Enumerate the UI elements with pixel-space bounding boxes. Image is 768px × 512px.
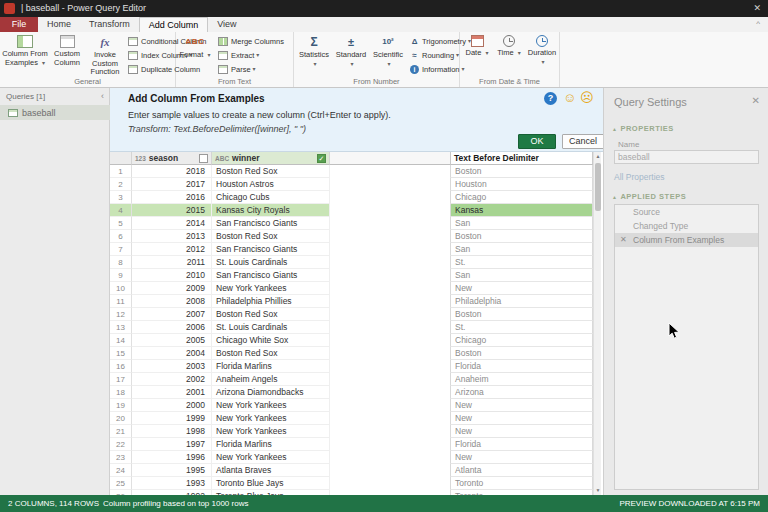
season-cell[interactable]: 2018 (132, 165, 212, 178)
format-button[interactable]: ABC Format ▾ (178, 33, 212, 77)
winner-cell[interactable]: New York Yankees (212, 451, 330, 464)
row-number-cell[interactable]: 20 (110, 412, 132, 425)
standard-button[interactable]: ± Standard ▾ (334, 33, 368, 77)
example-preview-cell[interactable]: St. (450, 256, 593, 269)
ribbon-tab[interactable]: Add Column (139, 17, 209, 32)
example-preview-cell[interactable]: Toronto (450, 477, 593, 490)
season-cell[interactable]: 1996 (132, 451, 212, 464)
winner-cell[interactable]: New York Yankees (212, 399, 330, 412)
applied-steps-section-header[interactable]: ▲APPLIED STEPS (612, 192, 686, 201)
row-number-cell[interactable]: 6 (110, 230, 132, 243)
season-cell[interactable]: 2008 (132, 295, 212, 308)
file-tab[interactable]: File (0, 17, 38, 32)
row-number-header[interactable] (110, 152, 132, 165)
example-preview-cell[interactable]: New (450, 282, 593, 295)
row-number-cell[interactable]: 13 (110, 321, 132, 334)
scrollbar-thumb[interactable] (595, 163, 601, 211)
extract-button[interactable]: Extract ▾ (216, 49, 259, 62)
winner-cell[interactable]: St. Louis Cardinals (212, 321, 330, 334)
query-name-input[interactable] (614, 150, 759, 164)
vertical-scrollbar[interactable]: ▲ ▼ (593, 152, 601, 495)
invoke-custom-function-button[interactable]: fx Invoke Custom Function (86, 33, 124, 77)
season-cell[interactable]: 2005 (132, 334, 212, 347)
season-cell[interactable]: 2015 (132, 204, 212, 217)
scroll-up-icon[interactable]: ▲ (594, 152, 602, 161)
parse-button[interactable]: Parse ▾ (216, 63, 256, 76)
custom-column-button[interactable]: Custom Column (50, 33, 84, 77)
example-preview-cell[interactable]: San (450, 243, 593, 256)
season-column-checkbox[interactable] (199, 154, 208, 163)
winner-cell[interactable]: Boston Red Sox (212, 165, 330, 178)
row-number-cell[interactable]: 16 (110, 360, 132, 373)
season-cell[interactable]: 2011 (132, 256, 212, 269)
all-properties-link[interactable]: All Properties (614, 172, 665, 182)
applied-step-item[interactable]: ✕ Changed Type (615, 219, 758, 233)
season-cell[interactable]: 2013 (132, 230, 212, 243)
example-preview-cell[interactable]: Boston (450, 165, 593, 178)
example-preview-cell[interactable]: Chicago (450, 334, 593, 347)
applied-step-item[interactable]: ✕ Column From Examples (615, 233, 758, 247)
rounding-button[interactable]: ≈ Rounding ▾ (408, 49, 459, 62)
row-number-cell[interactable]: 17 (110, 373, 132, 386)
winner-cell[interactable]: New York Yankees (212, 282, 330, 295)
season-cell[interactable]: 2009 (132, 282, 212, 295)
season-cell[interactable]: 2014 (132, 217, 212, 230)
example-preview-cell[interactable]: Atlanta (450, 464, 593, 477)
winner-cell[interactable]: Philadelphia Phillies (212, 295, 330, 308)
example-preview-cell[interactable]: Florida (450, 360, 593, 373)
properties-section-header[interactable]: ▲PROPERTIES (612, 124, 674, 133)
ribbon-tab[interactable]: Home (38, 17, 80, 32)
winner-cell[interactable]: Houston Astros (212, 178, 330, 191)
date-button[interactable]: Date ▾ (462, 33, 492, 77)
winner-cell[interactable]: Toronto Blue Jays (212, 477, 330, 490)
winner-cell[interactable]: Atlanta Braves (212, 464, 330, 477)
row-number-cell[interactable]: 4 (110, 204, 132, 217)
example-preview-cell[interactable]: Houston (450, 178, 593, 191)
season-cell[interactable]: 2003 (132, 360, 212, 373)
example-preview-cell[interactable]: San (450, 269, 593, 282)
example-preview-cell[interactable]: Florida (450, 438, 593, 451)
row-number-cell[interactable]: 7 (110, 243, 132, 256)
ok-button[interactable]: OK (518, 134, 556, 149)
season-cell[interactable]: 1997 (132, 438, 212, 451)
row-number-cell[interactable]: 2 (110, 178, 132, 191)
winner-cell[interactable]: Arizona Diamondbacks (212, 386, 330, 399)
winner-column-checkbox[interactable]: ✓ (317, 154, 326, 163)
winner-cell[interactable]: San Francisco Giants (212, 243, 330, 256)
status-profiling-info[interactable]: Column profiling based on top 1000 rows (103, 495, 248, 512)
row-number-cell[interactable]: 11 (110, 295, 132, 308)
season-cell[interactable]: 2017 (132, 178, 212, 191)
example-preview-cell[interactable]: Philadelphia (450, 295, 593, 308)
feedback-smile-icon[interactable]: ☺ (563, 90, 576, 105)
winner-cell[interactable]: New York Yankees (212, 425, 330, 438)
new-column-header[interactable]: Text Before Delimiter (450, 152, 593, 165)
winner-cell[interactable]: San Francisco Giants (212, 269, 330, 282)
row-number-cell[interactable]: 14 (110, 334, 132, 347)
row-number-cell[interactable]: 3 (110, 191, 132, 204)
scientific-button[interactable]: 10² Scientific ▾ (370, 33, 406, 77)
season-cell[interactable]: 2002 (132, 373, 212, 386)
row-number-cell[interactable]: 12 (110, 308, 132, 321)
row-number-cell[interactable]: 15 (110, 347, 132, 360)
example-preview-cell[interactable]: Boston (450, 308, 593, 321)
row-number-cell[interactable]: 5 (110, 217, 132, 230)
row-number-cell[interactable]: 24 (110, 464, 132, 477)
winner-cell[interactable]: Boston Red Sox (212, 347, 330, 360)
statistics-button[interactable]: Σ Statistics ▾ (296, 33, 332, 77)
row-number-cell[interactable]: 10 (110, 282, 132, 295)
season-cell[interactable]: 2016 (132, 191, 212, 204)
season-cell[interactable]: 1998 (132, 425, 212, 438)
season-cell[interactable]: 2001 (132, 386, 212, 399)
winner-cell[interactable]: Boston Red Sox (212, 230, 330, 243)
example-preview-cell[interactable]: Boston (450, 230, 593, 243)
row-number-cell[interactable]: 25 (110, 477, 132, 490)
merge-columns-button[interactable]: Merge Columns (216, 35, 284, 48)
example-preview-cell[interactable]: Chicago (450, 191, 593, 204)
example-preview-cell[interactable]: New (450, 451, 593, 464)
row-number-cell[interactable]: 19 (110, 399, 132, 412)
winner-cell[interactable]: St. Louis Cardinals (212, 256, 330, 269)
example-preview-cell[interactable]: St. (450, 321, 593, 334)
duration-button[interactable]: Duration ▾ (526, 33, 558, 77)
row-number-cell[interactable]: 18 (110, 386, 132, 399)
winner-cell[interactable]: Boston Red Sox (212, 308, 330, 321)
